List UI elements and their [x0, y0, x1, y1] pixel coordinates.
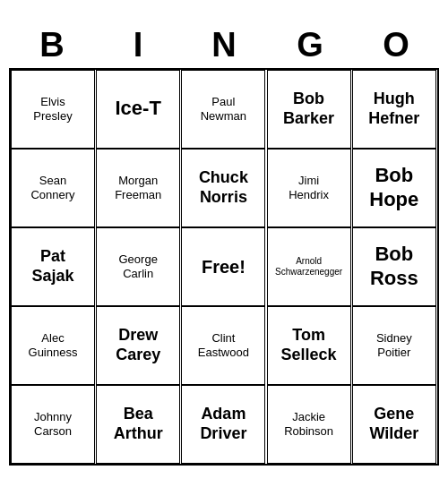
bingo-cell-1-3: JimiHendrix	[267, 149, 351, 227]
cell-text: ClintEastwood	[198, 331, 249, 359]
bingo-cell-1-0: SeanConnery	[11, 149, 95, 227]
bingo-cell-4-3: JackieRobinson	[267, 385, 351, 464]
cell-text: ElvisPresley	[33, 95, 72, 123]
bingo-cell-0-1: Ice-T	[96, 70, 180, 149]
cell-text: BeaArthur	[114, 405, 163, 443]
cell-text: SeanConnery	[30, 174, 74, 201]
bingo-cell-3-1: DrewCarey	[96, 306, 180, 385]
bingo-letter-b: B	[13, 26, 91, 64]
cell-text: BobBarker	[283, 90, 334, 128]
cell-text: JackieRobinson	[284, 410, 333, 438]
bingo-cell-3-3: TomSelleck	[267, 306, 351, 385]
bingo-cell-3-2: ClintEastwood	[181, 306, 265, 385]
cell-text: AlecGuinness	[29, 331, 78, 359]
cell-text: PaulNewman	[201, 95, 246, 123]
bingo-cell-4-0: JohnnyCarson	[11, 385, 95, 464]
cell-text: JohnnyCarson	[34, 410, 72, 438]
cell-text: MorganFreeman	[115, 174, 161, 201]
bingo-cell-2-0: PatSajak	[11, 227, 95, 306]
cell-text: TomSelleck	[281, 326, 337, 364]
bingo-cell-3-4: SidneyPoitier	[352, 306, 436, 385]
bingo-cell-2-2: Free!	[181, 227, 265, 306]
bingo-cell-3-0: AlecGuinness	[11, 306, 95, 385]
cell-text: BobRoss	[370, 243, 418, 290]
cell-text: Free!	[202, 256, 246, 278]
cell-text: GeorgeCarlin	[119, 252, 158, 280]
bingo-letter-o: O	[357, 26, 435, 64]
bingo-cell-2-1: GeorgeCarlin	[96, 227, 180, 306]
bingo-cell-4-4: GeneWilder	[352, 385, 436, 464]
bingo-cell-1-1: MorganFreeman	[96, 149, 180, 227]
bingo-cell-4-1: BeaArthur	[96, 385, 180, 464]
cell-text: GeneWilder	[369, 405, 418, 443]
bingo-cell-4-2: AdamDriver	[181, 385, 265, 464]
cell-text: BobHope	[369, 164, 418, 211]
bingo-cell-0-4: HughHefner	[352, 70, 436, 149]
cell-text: Ice-T	[116, 97, 161, 120]
cell-text: HughHefner	[368, 90, 419, 128]
bingo-letter-g: G	[271, 26, 349, 64]
cell-text: JimiHendrix	[289, 174, 329, 201]
cell-text: DrewCarey	[116, 326, 160, 364]
bingo-header: BINGO	[9, 22, 439, 68]
bingo-cell-1-2: ChuckNorris	[181, 149, 265, 227]
cell-text: AdamDriver	[200, 405, 246, 443]
cell-text: SidneyPoitier	[376, 331, 412, 359]
bingo-cell-0-2: PaulNewman	[181, 70, 265, 149]
cell-text: PatSajak	[31, 247, 73, 286]
bingo-card: BINGO ElvisPresleyIce-TPaulNewmanBobBark…	[9, 22, 439, 466]
bingo-grid: ElvisPresleyIce-TPaulNewmanBobBarkerHugh…	[9, 68, 439, 466]
cell-text: ArnoldSchwarzenegger	[275, 256, 342, 278]
bingo-cell-0-3: BobBarker	[267, 70, 351, 149]
bingo-cell-0-0: ElvisPresley	[11, 70, 95, 149]
bingo-letter-n: N	[185, 26, 263, 64]
bingo-letter-i: I	[99, 26, 177, 64]
bingo-cell-2-4: BobRoss	[352, 227, 436, 306]
bingo-cell-1-4: BobHope	[352, 149, 436, 227]
bingo-cell-2-3: ArnoldSchwarzenegger	[267, 227, 351, 306]
cell-text: ChuckNorris	[199, 168, 248, 207]
